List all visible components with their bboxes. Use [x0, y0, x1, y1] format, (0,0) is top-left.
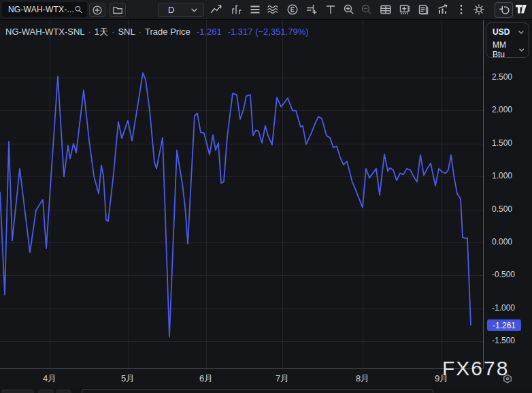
y-axis-label: -1.500 [492, 336, 515, 345]
x-axis-label: 4月 [35, 373, 65, 385]
last-price-badge: -1.261 [487, 319, 521, 331]
bottom-button[interactable] [56, 389, 71, 393]
chevron-down-icon [191, 8, 197, 12]
bar-style-icon [229, 3, 243, 16]
zoom-out-button[interactable] [359, 2, 374, 17]
price-line [0, 73, 471, 336]
watermark: FX678 [442, 357, 509, 380]
unit-label: MM Btu [493, 40, 519, 59]
interval-label: D [168, 5, 174, 15]
top-toolbar: NG-WAH-WTX-... D [0, 0, 532, 20]
alert-button[interactable] [304, 2, 319, 17]
x-axis-label: 6月 [191, 373, 221, 385]
bar-style-button[interactable] [229, 2, 244, 17]
date-range-box[interactable] [82, 389, 433, 393]
add-pane-icon [398, 3, 412, 16]
zoom-in-icon [342, 3, 356, 16]
layers-list-button[interactable] [248, 2, 263, 17]
news-button[interactable] [416, 2, 431, 17]
unit-selector-box: USD MM Btu [486, 22, 529, 58]
interval-dropdown[interactable]: D [158, 3, 204, 17]
chart-window: NG-WAH-WTX-... D [0, 0, 532, 393]
bottom-toolbar-partial [0, 388, 532, 393]
x-axis-label: 5月 [113, 373, 143, 385]
alert-add-icon [305, 3, 318, 16]
more-menu-button[interactable] [454, 2, 469, 17]
settings-button[interactable] [471, 2, 486, 17]
chart-stats-button[interactable] [435, 2, 450, 17]
legend-change-value: -1.317 (−2,351.79%) [228, 27, 309, 37]
gear-icon [472, 3, 486, 16]
legend-last-value: -1.261 [197, 27, 222, 37]
y-axis-label: 2.500 [492, 72, 512, 82]
add-pane-button[interactable] [397, 2, 412, 17]
chevron-down-icon [518, 31, 524, 34]
legend-interval: 1天 [95, 27, 108, 37]
zoom-out-icon [360, 3, 373, 16]
tradingview-logo[interactable] [515, 3, 529, 16]
undo-icon [498, 4, 510, 16]
text-icon [324, 3, 337, 16]
plus-circle-icon [91, 4, 103, 16]
y-axis-label: 2.000 [492, 105, 512, 114]
y-axis-label: -1.000 [492, 303, 515, 313]
chevron-down-icon [519, 48, 524, 52]
legend-source: SNL [118, 27, 135, 37]
undo-button[interactable] [495, 2, 513, 18]
y-axis-label: 0.000 [492, 237, 512, 247]
folder-icon [112, 4, 124, 16]
y-axis-label: 1.500 [492, 138, 512, 148]
bottom-button[interactable] [38, 389, 54, 393]
y-axis-label: 1.000 [492, 171, 512, 180]
waves-icon [266, 3, 280, 16]
table-icon [379, 3, 393, 16]
list-icon [248, 3, 262, 16]
bottom-button[interactable] [1, 389, 34, 393]
table-button[interactable] [378, 2, 393, 17]
news-icon [416, 3, 430, 16]
x-axis-label: 7月 [267, 373, 297, 385]
symbol-search-input[interactable]: NG-WAH-WTX-... [2, 2, 87, 17]
y-axis-label: 0.500 [492, 204, 512, 214]
search-icon [74, 4, 83, 15]
chart-stats-icon [436, 3, 450, 16]
unit-dropdown[interactable]: MM Btu [486, 41, 529, 59]
circle-e-icon [286, 3, 299, 16]
more-icon [454, 3, 468, 16]
currency-dropdown[interactable]: USD [486, 23, 529, 41]
zoom-in-button[interactable] [342, 2, 356, 17]
open-layout-button[interactable] [110, 3, 126, 17]
x-axis-label: 8月 [348, 373, 378, 385]
chart-legend[interactable]: NG-WAH-WTX-SNL·1天·SNL·Trade Price-1.261-… [5, 26, 309, 38]
currency-label: USD [493, 27, 510, 37]
price-axis[interactable]: USD MM Btu -1.261 2.5002.0001.5001.0000.… [483, 20, 532, 393]
add-symbol-button[interactable] [89, 3, 105, 17]
text-tool-button[interactable] [323, 2, 338, 17]
time-axis[interactable]: 4月5月6月7月8月9月 [0, 368, 483, 388]
events-button[interactable] [285, 2, 300, 17]
symbol-search-text: NG-WAH-WTX-... [8, 5, 74, 14]
legend-symbol: NG-WAH-WTX-SNL [5, 27, 85, 37]
chart-line-icon [210, 3, 223, 16]
waves-button[interactable] [265, 2, 280, 17]
price-chart[interactable] [0, 20, 483, 368]
legend-series-name: Trade Price [145, 27, 190, 37]
y-axis-label: -0.500 [492, 270, 515, 279]
chart-style-button[interactable] [209, 2, 224, 17]
